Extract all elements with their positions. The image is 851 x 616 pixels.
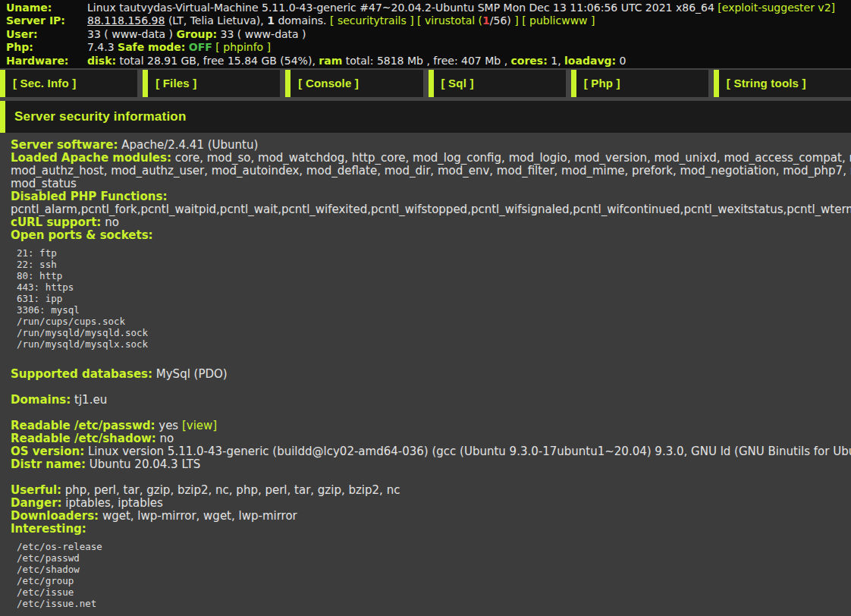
server-ip-value[interactable]: 88.118.156.98: [87, 14, 165, 27]
virustotal-total: /56): [490, 14, 511, 27]
apache-modules-row: Loaded Apache modules: core, mod_so, mod…: [11, 152, 851, 165]
exploit-suggester-link[interactable]: [exploit-suggester v2]: [718, 2, 835, 14]
uname-row: Uname:Linux tautvydas-Virtual-Machine 5.…: [0, 2, 851, 14]
safe-mode-value: OFF: [189, 41, 212, 53]
php-row: Php:7.4.3 Safe mode: OFF [ phpinfo ]: [0, 41, 851, 54]
tab-sql[interactable]: [ Sql ]: [429, 70, 566, 97]
curl-value: no: [105, 216, 119, 229]
disk-value: total 28.91 GB, free 15.84 GB (54%),: [120, 55, 316, 67]
server-ip-label: Server IP:: [6, 14, 87, 27]
apache-modules-line1: core, mod_so, mod_watchdog, http_core, m…: [175, 152, 851, 165]
readable-shadow-row: Readable /etc/shadow: no: [11, 432, 851, 445]
apache-modules-label: Loaded Apache modules:: [11, 152, 171, 165]
tab-console[interactable]: [ Console ]: [285, 70, 422, 97]
databases-value: MySql (PDO): [156, 368, 228, 381]
virustotal-hits: 1: [482, 14, 490, 27]
disabled-php-label: Disabled PHP Functions:: [11, 190, 167, 203]
tab-files[interactable]: [ Files ]: [143, 70, 280, 97]
interesting-row: Interesting:: [11, 523, 851, 536]
php-version: 7.4.3: [87, 41, 115, 53]
userful-row: Userful: php, perl, tar, gzip, bzip2, nc…: [11, 484, 851, 497]
userful-value: php, perl, tar, gzip, bzip2, nc, php, pe…: [65, 484, 400, 497]
danger-value: iptables, iptables: [65, 497, 163, 510]
server-ip-row: Server IP:88.118.156.98 (LT, Telia Lietu…: [0, 14, 851, 27]
domains-label: Domains:: [11, 394, 71, 407]
userful-label: Userful:: [11, 484, 61, 497]
curl-label: cURL support:: [11, 216, 101, 229]
databases-row: Supported databases: MySql (PDO): [11, 368, 851, 381]
group-value: 33 ( www-data ): [221, 28, 306, 40]
danger-label: Danger:: [11, 497, 62, 510]
apache-modules-line3: mod_status: [11, 178, 851, 190]
open-ports-label: Open ports & sockets:: [11, 229, 153, 242]
uname-value: Linux tautvydas-Virtual-Machine 5.11.0-4…: [87, 2, 714, 14]
interesting-files-list: /etc/os-release /etc/passwd /etc/shadow …: [17, 541, 851, 609]
tab-php[interactable]: [ Php ]: [571, 70, 708, 97]
disabled-php-value: pcntl_alarm,pcntl_fork,pcntl_waitpid,pcn…: [11, 203, 851, 216]
ip-location: (LT, Telia Lietuva),: [168, 14, 264, 27]
webshell-page: Uname:Linux tautvydas-Virtual-Machine 5.…: [0, 0, 851, 616]
server-info-header: Uname:Linux tautvydas-Virtual-Machine 5.…: [0, 0, 851, 68]
page-title: Server security information: [14, 109, 186, 124]
user-row: User:33 ( www-data ) Group: 33 ( www-dat…: [0, 28, 851, 41]
downloaders-label: Downloaders:: [11, 510, 99, 523]
server-software-value: Apache/2.4.41 (Ubuntu): [121, 139, 258, 152]
os-version-label: OS version:: [11, 445, 84, 458]
disabled-php-row: Disabled PHP Functions:: [11, 190, 851, 203]
virustotal-link-open[interactable]: [ virustotal (: [417, 14, 482, 27]
server-software-row: Server software: Apache/2.4.41 (Ubuntu): [11, 139, 851, 152]
readable-passwd-value: yes: [159, 420, 178, 432]
loadavg-label: loadavg:: [564, 55, 616, 67]
domains-value: tj1.eu: [74, 394, 107, 407]
curl-row: cURL support: no: [11, 216, 851, 229]
disk-label: disk:: [87, 55, 116, 67]
apache-modules-line2: mod_authz_host, mod_authz_user, mod_auto…: [11, 165, 851, 178]
loadavg-value: 0: [620, 55, 626, 67]
danger-row: Danger: iptables, iptables: [11, 497, 851, 510]
cores-value: 1,: [551, 55, 561, 67]
user-value: 33 ( www-data ): [87, 28, 173, 40]
domains-count: 1: [267, 14, 275, 27]
os-version-value: Linux version 5.11.0-43-generic (buildd@…: [88, 445, 851, 458]
user-label: User:: [6, 28, 87, 41]
readable-shadow-label: Readable /etc/shadow:: [11, 432, 156, 445]
group-label: Group:: [176, 28, 217, 40]
readable-shadow-value: no: [160, 432, 174, 445]
phpinfo-link[interactable]: [ phpinfo ]: [215, 41, 271, 53]
security-info-content: Server software: Apache/2.4.41 (Ubuntu) …: [0, 133, 851, 616]
section-header: Server security information: [0, 101, 851, 133]
tab-bar: [ Sec. Info ] [ Files ] [ Console ] [ Sq…: [0, 68, 851, 101]
publicwww-link[interactable]: [ publicwww ]: [522, 14, 595, 27]
distr-name-label: Distr name:: [11, 458, 86, 471]
ram-label: ram: [319, 55, 342, 67]
domains-row: Domains: tj1.eu: [11, 394, 851, 407]
tab-string-tools[interactable]: [ String tools ]: [714, 70, 851, 97]
readable-passwd-row: Readable /etc/passwd: yes [view]: [11, 420, 851, 432]
uname-label: Uname:: [6, 2, 87, 14]
open-ports-row: Open ports & sockets:: [11, 229, 851, 242]
server-software-label: Server software:: [11, 139, 118, 152]
php-label: Php:: [6, 41, 87, 54]
readable-passwd-label: Readable /etc/passwd:: [11, 420, 155, 432]
ram-value: total: 5818 Mb , free: 407 Mb ,: [346, 55, 507, 67]
hardware-row: Hardware:disk: total 28.91 GB, free 15.8…: [0, 55, 851, 68]
view-passwd-link[interactable]: [view]: [182, 420, 217, 432]
distr-name-value: Ubuntu 20.04.3 LTS: [89, 458, 201, 471]
distr-name-row: Distr name: Ubuntu 20.04.3 LTS: [11, 458, 851, 471]
safe-mode-label: Safe mode:: [118, 41, 185, 53]
open-ports-list: 21: ftp 22: ssh 80: http 443: https 631:…: [17, 247, 851, 350]
downloaders-value: wget, lwp-mirror, wget, lwp-mirror: [102, 510, 297, 523]
domains-text: domains.: [278, 14, 326, 27]
downloaders-row: Downloaders: wget, lwp-mirror, wget, lwp…: [11, 510, 851, 523]
interesting-label: Interesting:: [11, 523, 86, 536]
os-version-row: OS version: Linux version 5.11.0-43-gene…: [11, 445, 851, 458]
securitytrails-link[interactable]: [ securitytrails ]: [330, 14, 414, 27]
virustotal-link-close[interactable]: ]: [514, 14, 518, 27]
databases-label: Supported databases:: [11, 368, 152, 381]
hardware-label: Hardware:: [6, 55, 87, 68]
cores-label: cores:: [511, 55, 548, 67]
tab-sec-info[interactable]: [ Sec. Info ]: [0, 70, 137, 97]
